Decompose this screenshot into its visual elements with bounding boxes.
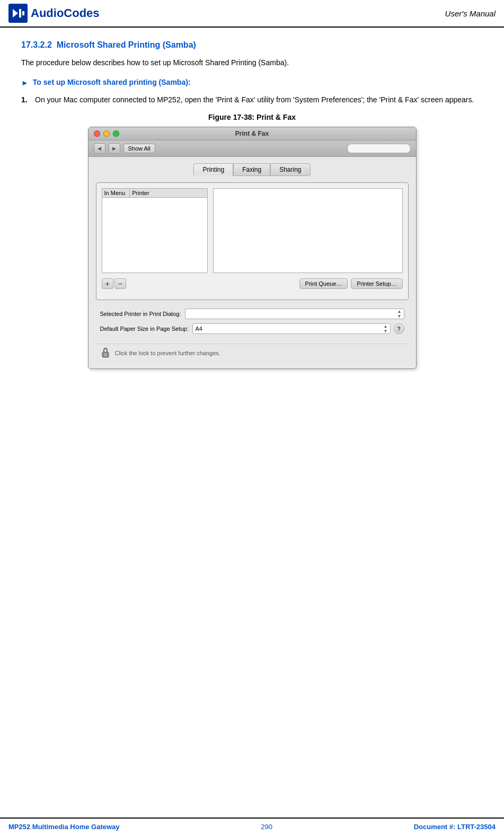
lock-row: Click the lock to prevent further change…	[96, 344, 409, 362]
paper-size-arrows-icon: ▲▼	[384, 324, 388, 333]
logo: AudioCodes	[8, 4, 100, 23]
page-footer: MP252 Multimedia Home Gateway 290 Docume…	[0, 818, 504, 835]
figure-caption: Figure 17-38: Print & Fax	[21, 113, 483, 121]
selected-printer-select[interactable]: ▲▼	[185, 309, 404, 319]
section-heading: 17.3.2.2 Microsoft Shared Printing (Samb…	[21, 40, 483, 50]
logo-text: AudioCodes	[31, 6, 100, 20]
minimize-button[interactable]	[103, 130, 110, 137]
lock-icon[interactable]	[100, 347, 111, 359]
svg-rect-2	[19, 9, 21, 17]
close-button[interactable]	[94, 130, 100, 137]
step-text: On your Mac computer connected to MP252,…	[35, 94, 474, 106]
action-buttons: Print Queue… Printer Setup…	[299, 278, 403, 289]
paper-size-label: Default Paper Size in Page Setup:	[100, 326, 189, 332]
printer-left-panel: In Menu Printer	[102, 188, 208, 273]
intro-paragraph: The procedure below describes how to set…	[21, 57, 483, 68]
footer-center: 290	[261, 823, 272, 831]
lock-text: Click the lock to prevent further change…	[115, 350, 220, 356]
printer-columns: In Menu Printer	[102, 188, 403, 273]
arrow-icon: ►	[21, 78, 29, 87]
tab-printing[interactable]: Printing	[193, 163, 233, 176]
add-remove-buttons: + −	[102, 278, 126, 289]
forward-nav-button[interactable]: ▶	[109, 143, 120, 154]
window-titlebar: Print & Fax	[89, 127, 416, 140]
paper-size-value: A4	[195, 326, 381, 332]
step-1: 1. On your Mac computer connected to MP2…	[21, 94, 483, 106]
window-title: Print & Fax	[235, 130, 269, 137]
printer-right-panel	[213, 188, 403, 273]
printer-setup-button[interactable]: Printer Setup…	[351, 278, 402, 289]
print-queue-button[interactable]: Print Queue…	[299, 278, 348, 289]
main-content: 17.3.2.2 Microsoft Shared Printing (Samb…	[0, 28, 504, 411]
show-all-button[interactable]: Show All	[123, 144, 155, 153]
window-body: Printing Faxing Sharing In Menu Printer	[89, 157, 416, 368]
section-title: Microsoft Shared Printing (Samba)	[57, 40, 196, 49]
back-nav-button[interactable]: ◀	[94, 143, 105, 154]
audiocodes-logo-icon	[8, 4, 28, 23]
col-in-menu: In Menu	[102, 189, 130, 197]
footer-left: MP252 Multimedia Home Gateway	[8, 823, 120, 831]
step-number: 1.	[21, 94, 31, 106]
window-toolbar: ◀ ▶ Show All	[89, 140, 416, 157]
paper-size-select[interactable]: A4 ▲▼	[192, 323, 390, 334]
tab-faxing[interactable]: Faxing	[233, 163, 270, 176]
selected-printer-label: Selected Printer in Print Dialog:	[100, 311, 181, 317]
col-printer: Printer	[130, 189, 153, 197]
remove-printer-button[interactable]: −	[114, 278, 126, 289]
print-fax-window: Print & Fax ◀ ▶ Show All Printing Faxing…	[88, 127, 417, 369]
section-number: 17.3.2.2	[21, 40, 52, 49]
printer-list-area: In Menu Printer + −	[96, 182, 409, 300]
sub-heading-text: To set up Microsoft shared printing (Sam…	[33, 78, 191, 86]
add-printer-button[interactable]: +	[102, 278, 113, 289]
printer-controls: + − Print Queue… Printer Setup…	[102, 278, 403, 289]
header-title: User's Manual	[445, 9, 496, 18]
printer-column-headers: In Menu Printer	[102, 189, 207, 198]
selected-printer-row: Selected Printer in Print Dialog: ▲▼	[100, 309, 404, 319]
svg-rect-5	[104, 353, 107, 356]
maximize-button[interactable]	[113, 130, 119, 137]
tab-sharing[interactable]: Sharing	[270, 163, 310, 176]
paper-size-row: Default Paper Size in Page Setup: A4 ▲▼ …	[100, 323, 404, 334]
printer-settings: Selected Printer in Print Dialog: ▲▼ Def…	[96, 305, 409, 341]
page-header: AudioCodes User's Manual	[0, 0, 504, 28]
tabs-row: Printing Faxing Sharing	[96, 163, 409, 176]
help-button[interactable]: ?	[394, 323, 404, 334]
select-arrows-icon: ▲▼	[397, 309, 402, 319]
search-input[interactable]	[347, 144, 411, 153]
svg-rect-3	[22, 11, 24, 15]
footer-right: Document #: LTRT-23504	[414, 823, 496, 831]
sub-heading: ► To set up Microsoft shared printing (S…	[21, 78, 483, 87]
